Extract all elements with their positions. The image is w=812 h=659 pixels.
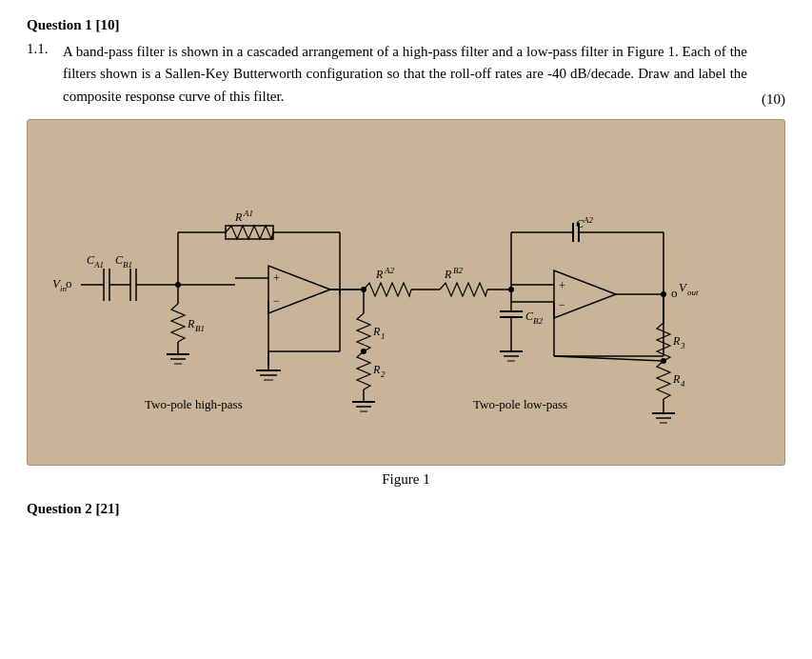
svg-text:−: −: [273, 294, 280, 308]
question1-number: 1.1.: [27, 41, 63, 108]
svg-text:R: R: [372, 363, 381, 376]
svg-text:+: +: [273, 271, 280, 285]
svg-text:o: o: [66, 276, 72, 290]
svg-text:B2: B2: [453, 266, 463, 275]
svg-text:o: o: [671, 286, 678, 300]
question1-text: A band-pass filter is shown in a cascade…: [63, 41, 747, 108]
svg-text:R: R: [187, 317, 195, 330]
question2-header: Question 2 [21]: [27, 501, 785, 517]
svg-text:B1: B1: [195, 324, 205, 333]
svg-text:R: R: [444, 268, 452, 281]
circuit-diagram: V in o C A1 C B1 R A1: [45, 137, 768, 451]
question1-marks: (10): [747, 91, 785, 108]
figure-container: V in o C A1 C B1 R A1: [27, 119, 785, 466]
svg-text:B2: B2: [533, 316, 543, 326]
svg-text:R: R: [375, 268, 384, 281]
svg-text:3: 3: [680, 341, 685, 350]
figure-caption: Figure 1: [27, 471, 785, 488]
svg-rect-24: [171, 304, 185, 342]
svg-text:A2: A2: [583, 215, 593, 225]
svg-text:B1: B1: [123, 260, 132, 270]
svg-text:R: R: [372, 325, 381, 338]
question1-header: Question 1 [10]: [27, 17, 785, 33]
svg-text:+: +: [559, 279, 565, 292]
svg-text:out: out: [687, 288, 699, 297]
svg-text:1: 1: [381, 331, 386, 341]
svg-text:R: R: [234, 210, 243, 224]
svg-text:A2: A2: [384, 266, 394, 275]
svg-text:R: R: [672, 334, 681, 348]
svg-text:Two-pole low-pass: Two-pole low-pass: [473, 397, 567, 411]
svg-text:−: −: [559, 298, 565, 311]
svg-text:4: 4: [681, 379, 685, 389]
svg-text:Two-pole high-pass: Two-pole high-pass: [145, 397, 243, 411]
svg-text:2: 2: [381, 369, 386, 379]
svg-text:R: R: [672, 372, 681, 386]
svg-text:A1: A1: [243, 209, 253, 218]
svg-text:A1: A1: [93, 260, 104, 270]
